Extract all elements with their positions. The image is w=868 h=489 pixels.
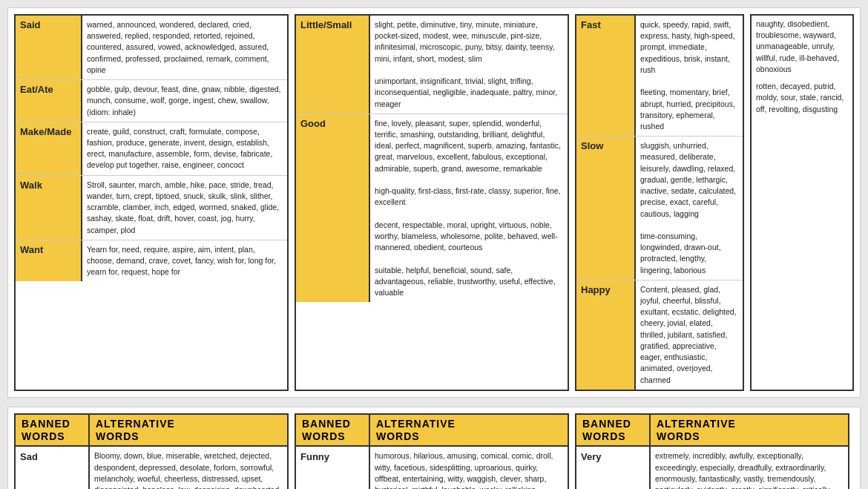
card-word-2: Make/Made	[16, 122, 82, 175]
bw-header-row-2: BANNED WORDSALTERNATIVE WORDS	[576, 415, 848, 447]
banned-header-0: BANNED WORDS	[16, 415, 90, 446]
alt-header-2: ALTERNATIVE WORDS	[651, 415, 848, 446]
bw-alts-1-0: humorous, hilarious, amusing, comical, c…	[370, 447, 568, 489]
bw-entry-2-0: Veryextremely, incredibly, awfully, exce…	[576, 447, 848, 489]
top-mid-card-1: Goodfine, lovely, pleasant, super, splen…	[296, 114, 568, 303]
bw-word-2-0: Very	[576, 447, 651, 489]
top-left-card-1: Eat/Ategobble, gulp, devour, feast, dine…	[16, 80, 287, 122]
bw-header-row-1: BANNED WORDSALTERNATIVE WORDS	[296, 415, 568, 447]
mid-card-alts-1: fine, lovely, pleasant, super, splendid,…	[370, 114, 568, 303]
mid-card-alts-0: slight, petite, diminutive, tiny, minute…	[370, 16, 568, 114]
card-alts-4: Yearn for, need, require, aspire, aim, i…	[82, 240, 287, 282]
card-alts-3: Stroll, saunter, march, amble, hike, pac…	[82, 176, 287, 240]
card-word-1: Eat/Ate	[16, 80, 82, 122]
right-card-word-1: Slow	[576, 137, 636, 280]
bw-alts-2-0: extremely, incredibly, awfully, exceptio…	[651, 447, 848, 489]
card-word-3: Walk	[16, 176, 82, 240]
extra-right-item-1: rotten, decayed, putrid, moldy, sour, st…	[756, 81, 848, 115]
bw-entry-1-0: Funnyhumorous, hilarious, amusing, comic…	[296, 447, 568, 489]
banned-header-2: BANNED WORDS	[576, 415, 651, 446]
top-section: Saidwarned, announced, wondered, declare…	[7, 7, 861, 398]
extra-right-item-0: naughty, disobedient, troublesome, waywa…	[756, 19, 848, 75]
alt-header-0: ALTERNATIVE WORDS	[90, 415, 287, 446]
banned-words-card-2: BANNED WORDSALTERNATIVE WORDSVeryextreme…	[575, 413, 849, 489]
top-left-card-0: Saidwarned, announced, wondered, declare…	[16, 16, 287, 80]
bw-entry-0-0: SadBloomy, down, blue, miserable, wretch…	[16, 447, 287, 489]
banned-words-card-0: BANNED WORDSALTERNATIVE WORDSSadBloomy, …	[14, 413, 289, 489]
card-alts-0: warned, announced, wondered, declared, c…	[82, 16, 287, 79]
right-card-alts-2: Content, pleased, glad, joyful, cheerful…	[636, 280, 743, 390]
card-alts-1: gobble, gulp, devour, feast, dine, gnaw,…	[82, 80, 287, 122]
top-left-card-4: WantYearn for, need, require, aspire, ai…	[16, 240, 287, 282]
bw-alts-0-0: Bloomy, down, blue, miserable, wretched,…	[90, 447, 287, 489]
top-right-card-2: HappyContent, pleased, glad, joyful, che…	[576, 280, 743, 390]
right-card-alts-0: quick, speedy, rapid, swift, express, ha…	[636, 16, 743, 136]
right-card-word-0: Fast	[576, 16, 636, 136]
bw-word-1-0: Funny	[296, 447, 370, 489]
mid-card-word-0: Little/Small	[296, 16, 370, 114]
top-right-card-1: Slowsluggish, unhurried, measured, delib…	[576, 137, 743, 280]
top-left-card-3: WalkStroll, saunter, march, amble, hike,…	[16, 176, 287, 240]
card-word-4: Want	[16, 240, 82, 282]
top-right2-col: naughty, disobedient, troublesome, waywa…	[750, 14, 854, 391]
mid-card-word-1: Good	[296, 114, 370, 303]
alt-header-1: ALTERNATIVE WORDS	[370, 415, 568, 446]
right-card-alts-1: sluggish, unhurried, measured, deliberat…	[636, 137, 743, 280]
top-right-card-0: Fastquick, speedy, rapid, swift, express…	[576, 16, 743, 137]
top-mid-card-0: Little/Smallslight, petite, diminutive, …	[296, 16, 568, 114]
bw-word-0-0: Sad	[16, 447, 90, 489]
banned-header-1: BANNED WORDS	[296, 415, 370, 446]
page: Saidwarned, announced, wondered, declare…	[0, 0, 868, 489]
top-left-card-2: Make/Madecreate, guild, construct, craft…	[16, 122, 287, 176]
bottom-section: BANNED WORDSALTERNATIVE WORDSSadBloomy, …	[7, 407, 861, 489]
bw-header-row-0: BANNED WORDSALTERNATIVE WORDS	[16, 415, 287, 447]
card-word-0: Said	[16, 16, 82, 79]
banned-words-card-1: BANNED WORDSALTERNATIVE WORDSFunnyhumoro…	[295, 413, 569, 489]
right-card-word-2: Happy	[576, 280, 636, 390]
card-alts-2: create, guild, construct, craft, formula…	[82, 122, 287, 175]
